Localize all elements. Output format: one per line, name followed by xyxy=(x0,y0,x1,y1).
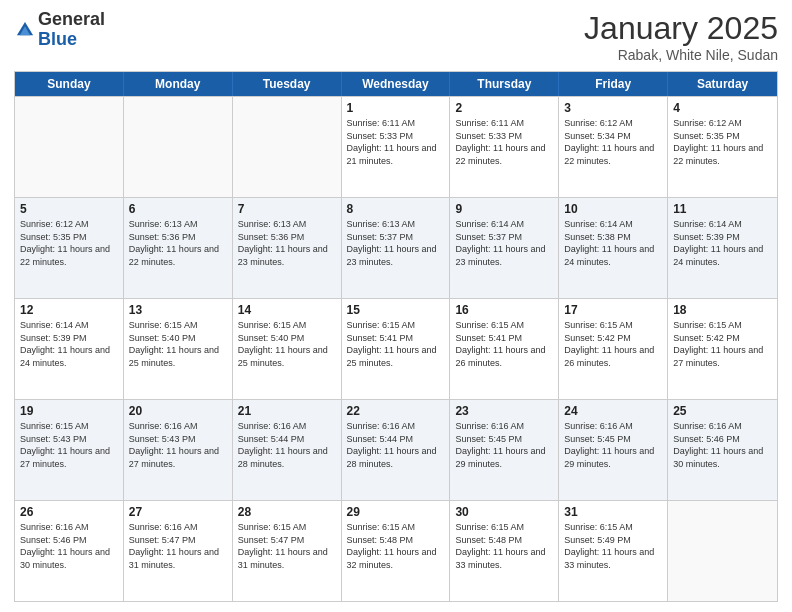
day-info: Sunrise: 6:16 AMSunset: 5:45 PMDaylight:… xyxy=(564,420,662,470)
day-info: Sunrise: 6:11 AMSunset: 5:33 PMDaylight:… xyxy=(455,117,553,167)
day-number: 28 xyxy=(238,505,336,519)
empty-cell xyxy=(15,97,124,197)
day-number: 9 xyxy=(455,202,553,216)
day-cell-1: 1Sunrise: 6:11 AMSunset: 5:33 PMDaylight… xyxy=(342,97,451,197)
day-cell-21: 21Sunrise: 6:16 AMSunset: 5:44 PMDayligh… xyxy=(233,400,342,500)
header-day-saturday: Saturday xyxy=(668,72,777,96)
day-cell-27: 27Sunrise: 6:16 AMSunset: 5:47 PMDayligh… xyxy=(124,501,233,601)
day-cell-4: 4Sunrise: 6:12 AMSunset: 5:35 PMDaylight… xyxy=(668,97,777,197)
day-info: Sunrise: 6:11 AMSunset: 5:33 PMDaylight:… xyxy=(347,117,445,167)
day-cell-22: 22Sunrise: 6:16 AMSunset: 5:44 PMDayligh… xyxy=(342,400,451,500)
day-number: 16 xyxy=(455,303,553,317)
day-number: 7 xyxy=(238,202,336,216)
day-number: 13 xyxy=(129,303,227,317)
day-number: 22 xyxy=(347,404,445,418)
day-number: 17 xyxy=(564,303,662,317)
day-cell-10: 10Sunrise: 6:14 AMSunset: 5:38 PMDayligh… xyxy=(559,198,668,298)
day-cell-28: 28Sunrise: 6:15 AMSunset: 5:47 PMDayligh… xyxy=(233,501,342,601)
week-row-2: 12Sunrise: 6:14 AMSunset: 5:39 PMDayligh… xyxy=(15,298,777,399)
day-info: Sunrise: 6:13 AMSunset: 5:36 PMDaylight:… xyxy=(238,218,336,268)
day-number: 23 xyxy=(455,404,553,418)
day-cell-2: 2Sunrise: 6:11 AMSunset: 5:33 PMDaylight… xyxy=(450,97,559,197)
day-number: 8 xyxy=(347,202,445,216)
day-info: Sunrise: 6:12 AMSunset: 5:35 PMDaylight:… xyxy=(20,218,118,268)
day-info: Sunrise: 6:15 AMSunset: 5:41 PMDaylight:… xyxy=(455,319,553,369)
day-info: Sunrise: 6:16 AMSunset: 5:45 PMDaylight:… xyxy=(455,420,553,470)
day-number: 2 xyxy=(455,101,553,115)
page: General Blue January 2025 Rabak, White N… xyxy=(0,0,792,612)
day-cell-15: 15Sunrise: 6:15 AMSunset: 5:41 PMDayligh… xyxy=(342,299,451,399)
day-number: 30 xyxy=(455,505,553,519)
header-day-monday: Monday xyxy=(124,72,233,96)
day-number: 25 xyxy=(673,404,772,418)
week-row-1: 5Sunrise: 6:12 AMSunset: 5:35 PMDaylight… xyxy=(15,197,777,298)
day-info: Sunrise: 6:16 AMSunset: 5:46 PMDaylight:… xyxy=(673,420,772,470)
day-cell-24: 24Sunrise: 6:16 AMSunset: 5:45 PMDayligh… xyxy=(559,400,668,500)
empty-cell xyxy=(233,97,342,197)
calendar-body: 1Sunrise: 6:11 AMSunset: 5:33 PMDaylight… xyxy=(15,96,777,601)
day-info: Sunrise: 6:12 AMSunset: 5:34 PMDaylight:… xyxy=(564,117,662,167)
day-info: Sunrise: 6:15 AMSunset: 5:41 PMDaylight:… xyxy=(347,319,445,369)
day-info: Sunrise: 6:15 AMSunset: 5:40 PMDaylight:… xyxy=(129,319,227,369)
day-cell-13: 13Sunrise: 6:15 AMSunset: 5:40 PMDayligh… xyxy=(124,299,233,399)
day-info: Sunrise: 6:14 AMSunset: 5:39 PMDaylight:… xyxy=(20,319,118,369)
logo-text: General Blue xyxy=(38,10,105,50)
day-cell-7: 7Sunrise: 6:13 AMSunset: 5:36 PMDaylight… xyxy=(233,198,342,298)
day-number: 15 xyxy=(347,303,445,317)
day-info: Sunrise: 6:15 AMSunset: 5:40 PMDaylight:… xyxy=(238,319,336,369)
day-cell-18: 18Sunrise: 6:15 AMSunset: 5:42 PMDayligh… xyxy=(668,299,777,399)
day-number: 21 xyxy=(238,404,336,418)
day-info: Sunrise: 6:16 AMSunset: 5:44 PMDaylight:… xyxy=(347,420,445,470)
day-number: 27 xyxy=(129,505,227,519)
week-row-3: 19Sunrise: 6:15 AMSunset: 5:43 PMDayligh… xyxy=(15,399,777,500)
day-info: Sunrise: 6:15 AMSunset: 5:48 PMDaylight:… xyxy=(455,521,553,571)
day-cell-20: 20Sunrise: 6:16 AMSunset: 5:43 PMDayligh… xyxy=(124,400,233,500)
day-info: Sunrise: 6:14 AMSunset: 5:38 PMDaylight:… xyxy=(564,218,662,268)
day-cell-30: 30Sunrise: 6:15 AMSunset: 5:48 PMDayligh… xyxy=(450,501,559,601)
day-cell-5: 5Sunrise: 6:12 AMSunset: 5:35 PMDaylight… xyxy=(15,198,124,298)
day-number: 14 xyxy=(238,303,336,317)
day-info: Sunrise: 6:15 AMSunset: 5:43 PMDaylight:… xyxy=(20,420,118,470)
day-number: 19 xyxy=(20,404,118,418)
subtitle: Rabak, White Nile, Sudan xyxy=(584,47,778,63)
header-day-wednesday: Wednesday xyxy=(342,72,451,96)
calendar: SundayMondayTuesdayWednesdayThursdayFrid… xyxy=(14,71,778,602)
day-cell-9: 9Sunrise: 6:14 AMSunset: 5:37 PMDaylight… xyxy=(450,198,559,298)
day-cell-12: 12Sunrise: 6:14 AMSunset: 5:39 PMDayligh… xyxy=(15,299,124,399)
day-info: Sunrise: 6:14 AMSunset: 5:37 PMDaylight:… xyxy=(455,218,553,268)
week-row-0: 1Sunrise: 6:11 AMSunset: 5:33 PMDaylight… xyxy=(15,96,777,197)
day-info: Sunrise: 6:16 AMSunset: 5:47 PMDaylight:… xyxy=(129,521,227,571)
day-info: Sunrise: 6:13 AMSunset: 5:36 PMDaylight:… xyxy=(129,218,227,268)
week-row-4: 26Sunrise: 6:16 AMSunset: 5:46 PMDayligh… xyxy=(15,500,777,601)
day-info: Sunrise: 6:15 AMSunset: 5:47 PMDaylight:… xyxy=(238,521,336,571)
day-number: 1 xyxy=(347,101,445,115)
logo: General Blue xyxy=(14,10,105,50)
day-info: Sunrise: 6:13 AMSunset: 5:37 PMDaylight:… xyxy=(347,218,445,268)
header-day-sunday: Sunday xyxy=(15,72,124,96)
day-cell-3: 3Sunrise: 6:12 AMSunset: 5:34 PMDaylight… xyxy=(559,97,668,197)
day-number: 5 xyxy=(20,202,118,216)
day-number: 31 xyxy=(564,505,662,519)
day-number: 29 xyxy=(347,505,445,519)
logo-blue: Blue xyxy=(38,29,77,49)
day-cell-14: 14Sunrise: 6:15 AMSunset: 5:40 PMDayligh… xyxy=(233,299,342,399)
header-day-thursday: Thursday xyxy=(450,72,559,96)
empty-cell xyxy=(124,97,233,197)
day-cell-23: 23Sunrise: 6:16 AMSunset: 5:45 PMDayligh… xyxy=(450,400,559,500)
calendar-header: SundayMondayTuesdayWednesdayThursdayFrid… xyxy=(15,72,777,96)
day-cell-11: 11Sunrise: 6:14 AMSunset: 5:39 PMDayligh… xyxy=(668,198,777,298)
day-number: 6 xyxy=(129,202,227,216)
logo-general: General xyxy=(38,9,105,29)
day-info: Sunrise: 6:15 AMSunset: 5:42 PMDaylight:… xyxy=(564,319,662,369)
header-day-tuesday: Tuesday xyxy=(233,72,342,96)
day-info: Sunrise: 6:16 AMSunset: 5:46 PMDaylight:… xyxy=(20,521,118,571)
day-number: 12 xyxy=(20,303,118,317)
header-day-friday: Friday xyxy=(559,72,668,96)
day-cell-25: 25Sunrise: 6:16 AMSunset: 5:46 PMDayligh… xyxy=(668,400,777,500)
day-info: Sunrise: 6:15 AMSunset: 5:42 PMDaylight:… xyxy=(673,319,772,369)
day-cell-8: 8Sunrise: 6:13 AMSunset: 5:37 PMDaylight… xyxy=(342,198,451,298)
day-cell-19: 19Sunrise: 6:15 AMSunset: 5:43 PMDayligh… xyxy=(15,400,124,500)
day-info: Sunrise: 6:12 AMSunset: 5:35 PMDaylight:… xyxy=(673,117,772,167)
day-info: Sunrise: 6:15 AMSunset: 5:49 PMDaylight:… xyxy=(564,521,662,571)
day-cell-17: 17Sunrise: 6:15 AMSunset: 5:42 PMDayligh… xyxy=(559,299,668,399)
